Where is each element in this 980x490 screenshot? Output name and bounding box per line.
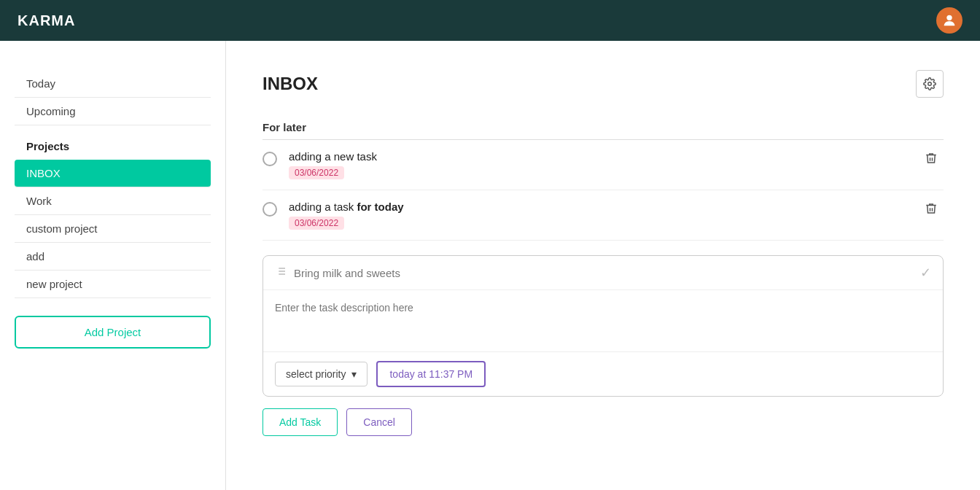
task-delete-1[interactable] xyxy=(919,152,944,168)
sidebar-nav-upcoming[interactable]: Upcoming xyxy=(15,98,211,125)
new-task-form: ✓ select priority ▾ today at 11:37 PM xyxy=(262,255,944,397)
task-date-2: 03/06/2022 xyxy=(289,217,344,230)
projects-section-title: Projects xyxy=(15,125,211,160)
task-delete-2[interactable] xyxy=(919,202,944,219)
task-content-1: adding a new task 03/06/2022 xyxy=(289,150,919,179)
section-for-later: For later xyxy=(262,115,944,140)
avatar[interactable] xyxy=(936,7,962,34)
svg-point-0 xyxy=(946,15,952,20)
table-row: adding a task for today 03/06/2022 xyxy=(262,190,944,241)
priority-select[interactable]: select priority ▾ xyxy=(275,362,368,386)
svg-point-1 xyxy=(928,82,932,86)
task-content-2: adding a task for today 03/06/2022 xyxy=(289,201,919,230)
app-title: KARMA xyxy=(18,12,75,29)
task-name-2-highlight: for today xyxy=(357,201,403,213)
cancel-button[interactable]: Cancel xyxy=(346,408,412,436)
task-checkbox-2[interactable] xyxy=(262,202,277,217)
form-buttons: Add Task Cancel xyxy=(262,408,944,436)
chevron-down-icon: ▾ xyxy=(351,368,357,380)
task-list-icon xyxy=(275,265,287,280)
task-description-input[interactable] xyxy=(263,290,943,349)
task-name-input[interactable] xyxy=(294,267,920,279)
sidebar-item-work[interactable]: Work xyxy=(15,187,211,215)
priority-select-label: select priority xyxy=(286,368,346,380)
task-date-1: 03/06/2022 xyxy=(289,166,344,179)
task-input-row: ✓ xyxy=(263,256,943,290)
task-name-2: adding a task for today xyxy=(289,201,919,213)
task-checkbox-1[interactable] xyxy=(262,152,277,166)
task-name-2-prefix: adding a task xyxy=(289,201,354,213)
sidebar-item-add[interactable]: add xyxy=(15,243,211,271)
sidebar-item-custom-project[interactable]: custom project xyxy=(15,215,211,243)
add-task-button[interactable]: Add Task xyxy=(262,408,338,436)
table-row: adding a new task 03/06/2022 xyxy=(262,140,944,190)
task-name-1: adding a new task xyxy=(289,150,919,163)
sidebar-item-new-project[interactable]: new project xyxy=(15,271,211,298)
layout: Today Upcoming Projects INBOX Work custo… xyxy=(0,41,980,490)
add-project-button[interactable]: Add Project xyxy=(15,316,211,349)
settings-button[interactable] xyxy=(916,70,944,98)
sidebar-nav-today[interactable]: Today xyxy=(15,70,211,98)
main-header: INBOX xyxy=(262,70,944,98)
top-bar: KARMA xyxy=(0,0,980,41)
page-title: INBOX xyxy=(262,74,318,94)
check-icon: ✓ xyxy=(920,265,931,281)
main-content: INBOX For later adding a new task 03/06/… xyxy=(226,41,980,490)
sidebar-item-inbox[interactable]: INBOX xyxy=(15,160,211,187)
datetime-button[interactable]: today at 11:37 PM xyxy=(376,361,486,387)
sidebar: Today Upcoming Projects INBOX Work custo… xyxy=(0,41,226,490)
task-form-actions: select priority ▾ today at 11:37 PM xyxy=(263,351,943,396)
